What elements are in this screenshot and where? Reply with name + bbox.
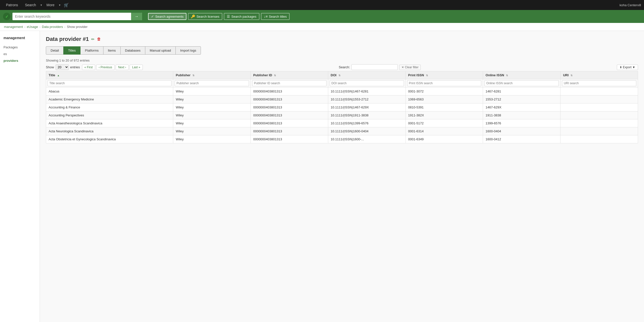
- tab-platforms[interactable]: Platforms: [80, 46, 104, 54]
- tab-items[interactable]: Items: [103, 46, 121, 54]
- publisher-search-input[interactable]: [175, 80, 249, 86]
- uri-sort-icon[interactable]: ⇅: [570, 74, 572, 77]
- cell-uri: [560, 112, 638, 120]
- search-filter: Search: ✕ Clear filter: [339, 64, 421, 70]
- cell-printissn: 0810-5391: [406, 104, 483, 112]
- cell-uri: [560, 88, 638, 96]
- cell-uri: [560, 120, 638, 127]
- breadcrumb-sep-1: ›: [24, 26, 26, 28]
- last-page-button[interactable]: Last »: [130, 64, 143, 70]
- export-button[interactable]: ⬇ Export ▼: [617, 64, 638, 70]
- cell-doi: 10.1111/(ISSN)1911-3838: [328, 112, 406, 120]
- cell-printissn: 0001-5172: [406, 120, 483, 127]
- top-navigation: Patrons Search ▼ More ▼ 🛒 koha Centervil…: [0, 0, 644, 10]
- publisherid-sort-icon[interactable]: ⇅: [274, 74, 276, 77]
- user-label: koha Centervill: [620, 3, 641, 7]
- title-search-input[interactable]: [48, 80, 172, 86]
- tab-manual-upload[interactable]: Manual upload: [145, 46, 176, 54]
- uri-search-input[interactable]: [562, 80, 636, 86]
- search-input[interactable]: [12, 13, 131, 20]
- cell-doi: 10.1111/(ISSN)1467-629X: [328, 104, 406, 112]
- doi-search-cell: [328, 79, 406, 88]
- col-publisher: Publisher ⇅: [173, 71, 251, 79]
- publisherid-search-input[interactable]: [252, 80, 326, 86]
- entries-select[interactable]: 10 20 50 100: [56, 64, 69, 70]
- cell-publisherid: 0000000403801313: [250, 120, 328, 127]
- agreements-icon: ✓: [151, 14, 154, 18]
- more-dropdown-arrow[interactable]: ▼: [58, 4, 61, 6]
- title-search-cell: [46, 79, 173, 88]
- cell-printissn: 0001-3072: [406, 88, 483, 96]
- nav-more[interactable]: More: [44, 1, 58, 9]
- tabs: Detail Titles Platforms Items Databases …: [46, 46, 638, 54]
- doi-sort-icon[interactable]: ⇅: [338, 74, 340, 77]
- nav-patrons[interactable]: Patrons: [3, 1, 21, 9]
- clear-filter-button[interactable]: ✕ Clear filter: [399, 64, 421, 70]
- sidebar-item-packages[interactable]: Packages: [0, 44, 40, 50]
- filter-input[interactable]: [352, 64, 398, 70]
- col-title: Title ▲: [46, 71, 173, 79]
- col-doi: DOI ⇅: [328, 71, 406, 79]
- cell-title: Acta Anaesthesiologica Scandinavica: [46, 120, 173, 127]
- sidebar-item-providers[interactable]: providers: [0, 57, 40, 64]
- search-input-wrap: →: [12, 13, 142, 20]
- printissn-search-input[interactable]: [407, 80, 482, 86]
- cell-onlineissn: 1467-6281: [483, 88, 560, 96]
- cell-printissn: 1069-6563: [406, 96, 483, 104]
- table-row: Acta Anaesthesiologica ScandinavicaWiley…: [46, 120, 638, 127]
- breadcrumb-eusage[interactable]: eUsage: [27, 25, 38, 29]
- prev-page-button[interactable]: ‹ Previous: [96, 64, 115, 70]
- shortcut-titles-button[interactable]: ↓≡ Search titles: [261, 13, 290, 20]
- search-go-button[interactable]: →: [131, 13, 142, 20]
- col-printissn-label: Print ISSN: [408, 73, 424, 77]
- sidebar-item-es[interactable]: es: [0, 50, 40, 57]
- table-row: Acta Obstetricia et Gynecologica Scandin…: [46, 135, 638, 143]
- col-printissn: Print ISSN ⇅: [406, 71, 483, 79]
- cell-onlineissn: 1600-0404: [483, 127, 560, 135]
- shortcut-packages-button[interactable]: ☰ Search packages: [224, 13, 259, 20]
- cell-title: Accounting Perspectives: [46, 112, 173, 120]
- cell-onlineissn: 1600-0412: [483, 135, 560, 143]
- onlineissn-sort-icon[interactable]: ⇅: [506, 74, 508, 77]
- nav-search[interactable]: Search: [22, 1, 39, 9]
- licenses-icon: 🔑: [191, 14, 195, 18]
- search-shortcuts: ✓ Search agreements 🔑 Search licenses ☰ …: [148, 13, 290, 20]
- cell-doi: 10.1111/(ISSN)1600-0404: [328, 127, 406, 135]
- breadcrumb-dataproviders[interactable]: Data providers: [42, 25, 63, 29]
- col-title-label: Title: [48, 73, 55, 77]
- edit-icon[interactable]: ✏: [91, 37, 94, 42]
- tab-databases[interactable]: Databases: [120, 46, 145, 54]
- tab-import-logs[interactable]: Import logs: [176, 46, 201, 54]
- show-label: Show: [46, 65, 54, 69]
- tab-titles[interactable]: Titles: [63, 46, 80, 54]
- cell-uri: [560, 104, 638, 112]
- publisher-sort-icon[interactable]: ⇅: [192, 74, 194, 77]
- cell-onlineissn: 1911-3838: [483, 112, 560, 120]
- first-page-button[interactable]: « First: [82, 64, 95, 70]
- search-bar: ✓ → ✓ Search agreements 🔑 Search license…: [0, 10, 644, 23]
- breadcrumb-management[interactable]: management: [4, 25, 23, 29]
- main-layout: management Packages es providers Data pr…: [0, 31, 644, 322]
- onlineissn-search-input[interactable]: [484, 80, 559, 86]
- cell-publisher: Wiley: [173, 135, 251, 143]
- title-sort-icon[interactable]: ▲: [57, 74, 60, 77]
- cell-publisherid: 0000000403801313: [250, 112, 328, 120]
- next-page-button[interactable]: Next ›: [116, 64, 128, 70]
- cart-icon[interactable]: 🛒: [62, 1, 71, 10]
- search-dropdown-arrow[interactable]: ▼: [40, 4, 42, 6]
- shortcut-licenses-button[interactable]: 🔑 Search licenses: [188, 13, 222, 20]
- cell-doi: 10.1111/(ISSN)1600-...: [328, 135, 406, 143]
- table-header-row: Title ▲ Publisher ⇅ Publisher ID ⇅ DOI ⇅: [46, 71, 638, 79]
- doi-search-input[interactable]: [330, 80, 404, 86]
- shortcut-agreements-button[interactable]: ✓ Search agreements: [148, 13, 186, 20]
- tab-detail[interactable]: Detail: [46, 46, 64, 54]
- delete-icon[interactable]: 🗑: [97, 37, 101, 41]
- col-publisher-label: Publisher: [176, 73, 190, 77]
- shortcut-titles-label: Search titles: [269, 15, 287, 18]
- printissn-sort-icon[interactable]: ⇅: [426, 74, 428, 77]
- cell-printissn: 1911-382X: [406, 112, 483, 120]
- cell-uri: [560, 135, 638, 143]
- packages-icon: ☰: [227, 14, 230, 18]
- printissn-search-cell: [406, 79, 483, 88]
- cell-printissn: 0001-6349: [406, 135, 483, 143]
